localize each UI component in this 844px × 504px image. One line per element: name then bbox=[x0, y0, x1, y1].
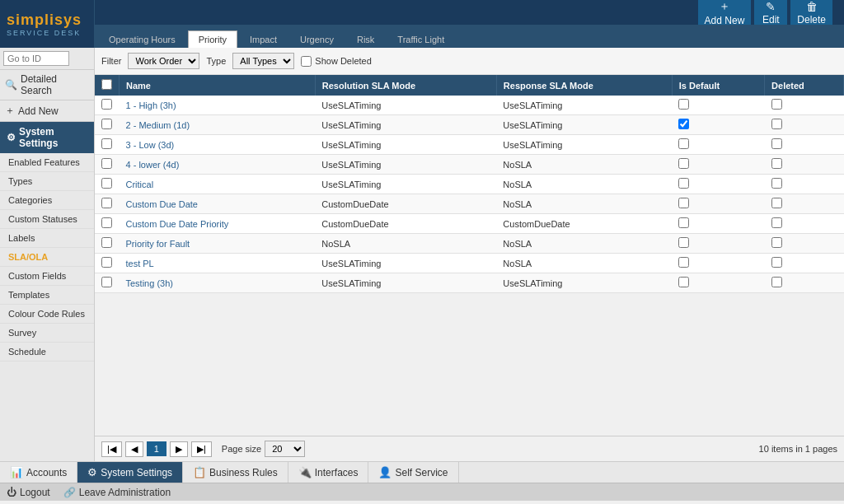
sidebar-item-templates[interactable]: Templates bbox=[0, 286, 94, 305]
bottom-navigation: 📊 Accounts ⚙ System Settings 📋 Business … bbox=[0, 461, 844, 483]
row-is-default bbox=[672, 115, 764, 135]
tab-impact[interactable]: Impact bbox=[239, 30, 288, 48]
is-default-checkbox[interactable] bbox=[678, 178, 689, 189]
is-default-checkbox[interactable] bbox=[678, 119, 689, 129]
row-checkbox[interactable] bbox=[101, 198, 112, 208]
filter-select[interactable]: Work Order Incident Problem Change bbox=[128, 53, 199, 69]
row-response: NoSLA bbox=[496, 175, 672, 194]
bottom-nav-system-settings[interactable]: ⚙ System Settings bbox=[77, 462, 183, 483]
logo-sub: SERVICE DESK bbox=[7, 29, 87, 37]
sidebar-item-survey[interactable]: Survey bbox=[0, 324, 94, 343]
sidebar-add-new[interactable]: ＋ Add New bbox=[0, 100, 94, 122]
tab-traffic-light[interactable]: Traffic Light bbox=[387, 30, 455, 48]
deleted-checkbox[interactable] bbox=[771, 119, 782, 129]
row-checkbox[interactable] bbox=[101, 257, 112, 268]
first-page-button[interactable]: |◀ bbox=[101, 441, 122, 457]
sidebar-item-categories[interactable]: Categories bbox=[0, 191, 94, 210]
deleted-checkbox[interactable] bbox=[771, 217, 782, 228]
row-checkbox[interactable] bbox=[101, 99, 112, 110]
row-is-default bbox=[672, 234, 764, 254]
row-deleted bbox=[765, 234, 844, 254]
row-response: NoSLA bbox=[496, 234, 672, 254]
bottom-nav-interfaces[interactable]: 🔌 Interfaces bbox=[288, 462, 369, 483]
last-page-button[interactable]: ▶| bbox=[191, 441, 212, 457]
row-name: Custom Due Date Priority bbox=[120, 214, 316, 234]
row-checkbox[interactable] bbox=[101, 178, 112, 189]
self-service-icon: 👤 bbox=[378, 466, 392, 478]
sidebar-item-schedule[interactable]: Schedule bbox=[0, 343, 94, 362]
sidebar-item-custom-statuses[interactable]: Custom Statuses bbox=[0, 210, 94, 229]
row-resolution: UseSLATiming bbox=[315, 273, 496, 293]
sidebar-item-enabled-features[interactable]: Enabled Features bbox=[0, 153, 94, 172]
leave-admin-item[interactable]: 🔗 Leave Administration bbox=[63, 487, 171, 498]
row-response: UseSLATiming bbox=[496, 135, 672, 155]
tab-risk[interactable]: Risk bbox=[346, 30, 385, 48]
table-row: Custom Due Date Priority CustomDueDate C… bbox=[95, 214, 844, 234]
row-checkbox[interactable] bbox=[101, 119, 112, 129]
sidebar-search-area bbox=[0, 48, 94, 70]
tab-priority[interactable]: Priority bbox=[188, 30, 237, 48]
bottom-nav-business-rules[interactable]: 📋 Business Rules bbox=[183, 462, 288, 483]
detailed-search-item[interactable]: 🔍 Detailed Search bbox=[0, 70, 94, 100]
is-default-checkbox[interactable] bbox=[678, 257, 689, 268]
bottom-nav-accounts[interactable]: 📊 Accounts bbox=[0, 462, 77, 483]
tab-urgency[interactable]: Urgency bbox=[289, 30, 345, 48]
deleted-checkbox[interactable] bbox=[771, 277, 782, 287]
sidebar-item-types[interactable]: Types bbox=[0, 172, 94, 191]
row-name: Critical bbox=[120, 175, 316, 194]
sidebar-item-custom-fields[interactable]: Custom Fields bbox=[0, 267, 94, 286]
is-default-checkbox[interactable] bbox=[678, 277, 689, 287]
pagination-bar: |◀ ◀ 1 ▶ ▶| Page size 10 20 50 100 10 it… bbox=[95, 436, 844, 461]
next-page-button[interactable]: ▶ bbox=[170, 441, 188, 457]
is-default-checkbox[interactable] bbox=[678, 217, 689, 228]
select-all-checkbox[interactable] bbox=[101, 79, 112, 90]
type-select[interactable]: All Types Type A Type B bbox=[232, 53, 294, 69]
col-header-name: Name bbox=[120, 75, 316, 96]
col-header-deleted: Deleted bbox=[765, 75, 844, 96]
deleted-checkbox[interactable] bbox=[771, 138, 782, 149]
deleted-checkbox[interactable] bbox=[771, 99, 782, 110]
row-checkbox[interactable] bbox=[101, 217, 112, 228]
is-default-checkbox[interactable] bbox=[678, 237, 689, 248]
deleted-checkbox[interactable] bbox=[771, 198, 782, 208]
row-checkbox[interactable] bbox=[101, 277, 112, 287]
row-checkbox-cell bbox=[95, 135, 120, 155]
business-rules-icon: 📋 bbox=[193, 466, 206, 478]
row-checkbox[interactable] bbox=[101, 158, 112, 169]
row-checkbox[interactable] bbox=[101, 237, 112, 248]
deleted-checkbox[interactable] bbox=[771, 237, 782, 248]
show-deleted-checkbox[interactable] bbox=[301, 56, 312, 67]
row-checkbox-cell bbox=[95, 115, 120, 135]
show-deleted-area: Show Deleted bbox=[301, 56, 372, 67]
tab-bar: Operating Hours Priority Impact Urgency … bbox=[95, 25, 844, 48]
bottom-nav-self-service[interactable]: 👤 Self Service bbox=[368, 462, 458, 483]
row-is-default bbox=[672, 254, 764, 273]
row-name: 4 - lower (4d) bbox=[120, 155, 316, 175]
footer-bar: ⏻ Logout 🔗 Leave Administration bbox=[0, 483, 844, 501]
sidebar-item-sla-ola[interactable]: SLA/OLA bbox=[0, 248, 94, 267]
page-size-select[interactable]: 10 20 50 100 bbox=[265, 441, 305, 457]
sidebar-item-colour-code-rules[interactable]: Colour Code Rules bbox=[0, 305, 94, 324]
deleted-checkbox[interactable] bbox=[771, 178, 782, 189]
is-default-checkbox[interactable] bbox=[678, 99, 689, 110]
col-header-is-default: Is Default bbox=[672, 75, 764, 96]
prev-page-button[interactable]: ◀ bbox=[125, 441, 143, 457]
logout-item[interactable]: ⏻ Logout bbox=[7, 487, 50, 498]
tab-operating-hours[interactable]: Operating Hours bbox=[98, 30, 186, 48]
go-to-id-input[interactable] bbox=[3, 51, 69, 66]
table-row: Critical UseSLATiming NoSLA bbox=[95, 175, 844, 194]
is-default-checkbox[interactable] bbox=[678, 138, 689, 149]
row-resolution: CustomDueDate bbox=[315, 214, 496, 234]
deleted-checkbox[interactable] bbox=[771, 257, 782, 268]
is-default-checkbox[interactable] bbox=[678, 198, 689, 208]
deleted-checkbox[interactable] bbox=[771, 158, 782, 169]
items-info: 10 items in 1 pages bbox=[759, 444, 837, 454]
search-icon: 🔍 bbox=[5, 79, 17, 91]
row-response: CustomDueDate bbox=[496, 214, 672, 234]
table-row: 2 - Medium (1d) UseSLATiming UseSLATimin… bbox=[95, 115, 844, 135]
row-checkbox-cell bbox=[95, 234, 120, 254]
interfaces-icon: 🔌 bbox=[298, 466, 312, 478]
row-checkbox[interactable] bbox=[101, 138, 112, 149]
sidebar-item-labels[interactable]: Labels bbox=[0, 229, 94, 248]
is-default-checkbox[interactable] bbox=[678, 158, 689, 169]
